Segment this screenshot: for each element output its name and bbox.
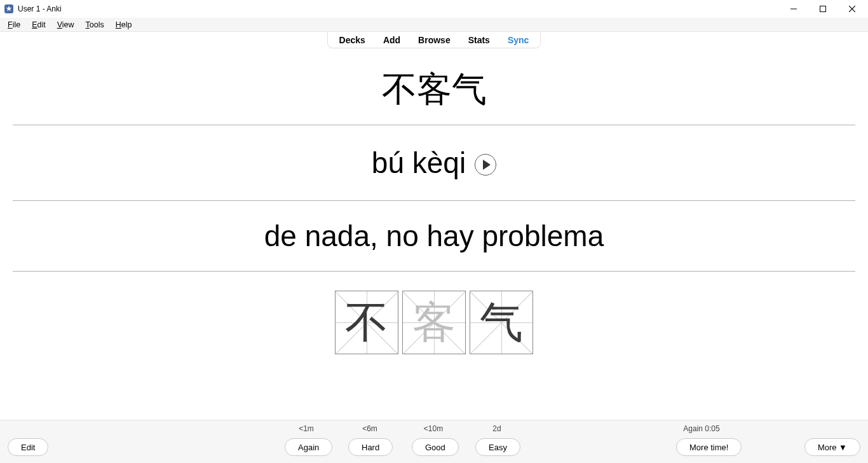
hard-button[interactable]: Hard bbox=[348, 438, 393, 456]
stroke-order-row: 不 客 气 bbox=[13, 272, 855, 354]
menu-bar: File Edit View Tools Help bbox=[0, 18, 868, 32]
bottom-bar: <1m <6m <10m 2d Edit Again Hard Good Eas… bbox=[0, 420, 868, 463]
good-button[interactable]: Good bbox=[412, 438, 459, 456]
stroke-box[interactable]: 不 bbox=[335, 291, 398, 354]
again-button[interactable]: Again bbox=[285, 438, 332, 456]
stroke-box[interactable]: 气 bbox=[470, 291, 533, 354]
menu-view[interactable]: View bbox=[52, 19, 79, 31]
nav-sync[interactable]: Sync bbox=[499, 34, 538, 46]
title-bar: User 1 - Anki bbox=[0, 0, 868, 18]
nav-browse[interactable]: Browse bbox=[409, 34, 459, 46]
stroke-char: 气 bbox=[480, 301, 523, 344]
play-audio-icon[interactable] bbox=[475, 154, 496, 176]
easy-button[interactable]: Easy bbox=[475, 438, 520, 456]
card-pinyin-row: bú kèqi bbox=[13, 125, 855, 200]
nav-add[interactable]: Add bbox=[374, 34, 409, 46]
card-pinyin: bú kèqi bbox=[372, 146, 466, 180]
anki-app-icon bbox=[4, 4, 14, 14]
nav-decks[interactable]: Decks bbox=[330, 34, 374, 46]
close-button[interactable] bbox=[837, 0, 867, 18]
nav-stats[interactable]: Stats bbox=[459, 34, 499, 46]
stroke-box[interactable]: 客 bbox=[402, 291, 466, 354]
menu-tools[interactable]: Tools bbox=[81, 19, 109, 31]
menu-edit[interactable]: Edit bbox=[27, 19, 51, 31]
menu-help[interactable]: Help bbox=[111, 19, 137, 31]
card-area: 不客气 bú kèqi de nada, no hay problema 不 客… bbox=[0, 51, 868, 420]
top-nav-inner: Decks Add Browse Stats Sync bbox=[327, 32, 541, 48]
more-button[interactable]: More ▼ bbox=[804, 438, 860, 456]
menu-file[interactable]: File bbox=[3, 19, 25, 31]
again-timer-label: Again 0:05 bbox=[683, 424, 719, 433]
maximize-button[interactable] bbox=[808, 0, 837, 18]
top-nav: Decks Add Browse Stats Sync bbox=[0, 32, 868, 51]
minimize-button[interactable] bbox=[779, 0, 808, 18]
answer-times: <1m <6m <10m 2d bbox=[0, 424, 868, 434]
card-meaning: de nada, no hay problema bbox=[13, 201, 855, 271]
svg-rect-3 bbox=[820, 6, 826, 12]
more-time-button[interactable]: More time! bbox=[676, 438, 742, 456]
edit-button[interactable]: Edit bbox=[8, 438, 48, 456]
stroke-char: 不 bbox=[345, 301, 388, 344]
stroke-char: 客 bbox=[412, 301, 456, 344]
easy-time: 2d bbox=[492, 424, 501, 433]
good-time: <10m bbox=[424, 424, 443, 433]
again-time: <1m bbox=[299, 424, 314, 433]
window-title: User 1 - Anki bbox=[18, 4, 62, 13]
hard-time: <6m bbox=[362, 424, 377, 433]
card-hanzi: 不客气 bbox=[13, 51, 855, 125]
